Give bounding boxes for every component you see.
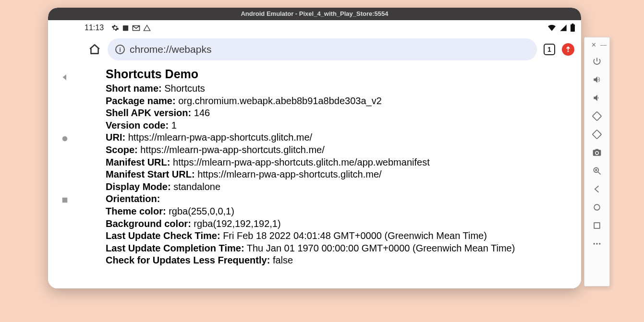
volume-up-button[interactable] — [588, 71, 606, 89]
kv-label: URI: — [106, 132, 125, 143]
page-content: Shortcuts Demo Short name: ShortcutsPack… — [82, 63, 581, 288]
chrome-menu-button[interactable] — [562, 43, 574, 56]
kv-label: Short name: — [106, 83, 162, 94]
kv-value: https://mlearn-pwa-app-shortcuts.glitch.… — [197, 169, 382, 179]
svg-point-14 — [594, 243, 595, 244]
kv-label: Check for Updates Less Frequently: — [106, 255, 270, 265]
toolbar-back-button[interactable] — [588, 180, 606, 198]
svg-line-9 — [598, 172, 601, 175]
rotate-right-button[interactable] — [588, 125, 606, 143]
url-text: chrome://webapks — [130, 44, 211, 55]
svg-point-0 — [62, 136, 68, 142]
device-screen: 11:13 i chrome://webapks 1 — [82, 20, 581, 288]
kv-value: https://mlearn-pwa-app-shortcuts.glitch.… — [140, 144, 325, 155]
kv-value: 1 — [171, 120, 177, 131]
overview-button[interactable] — [61, 196, 69, 204]
page-title: Shortcuts Demo — [106, 66, 577, 82]
kv-row: Orientation: — [106, 193, 577, 205]
kv-label: Manifest Start URL: — [106, 169, 195, 179]
kv-row: Check for Updates Less Frequently: false — [106, 254, 577, 267]
signal-icon — [559, 24, 567, 32]
svg-rect-3 — [571, 24, 575, 32]
kv-value: 146 — [194, 107, 210, 118]
kv-row: Short name: Shortcuts — [106, 83, 577, 95]
svg-rect-6 — [593, 112, 602, 121]
window-titlebar: Android Emulator - Pixel_4_with_Play_Sto… — [48, 8, 581, 20]
kv-value: Thu Jan 01 1970 00:00:00 GMT+0000 (Green… — [247, 243, 515, 253]
kv-value: org.chromium.webapk.abeb8b91a8bde303a_v2 — [178, 95, 382, 106]
url-bar[interactable]: i chrome://webapks — [108, 38, 537, 60]
svg-rect-4 — [572, 24, 574, 24]
status-time: 11:13 — [85, 24, 104, 32]
kv-label: Display Mode: — [106, 181, 171, 192]
svg-point-16 — [599, 243, 600, 244]
screenshot-button[interactable] — [588, 143, 606, 162]
kv-row: Version code: 1 — [106, 119, 577, 132]
more-button[interactable] — [588, 235, 606, 253]
toolbar-close-icon[interactable]: ✕ — [591, 41, 596, 48]
kv-row: URI: https://mlearn-pwa-app-shortcuts.gl… — [106, 131, 577, 144]
kv-value: rgba(192,192,192,1) — [194, 218, 280, 229]
kv-value: https://mlearn-pwa-app-shortcuts.glitch.… — [173, 157, 430, 167]
kv-value: rgba(255,0,0,1) — [169, 206, 234, 216]
app-icon — [122, 24, 129, 32]
kv-value: Shortcuts — [164, 83, 205, 94]
gmail-icon — [132, 24, 140, 32]
back-button[interactable] — [61, 73, 69, 82]
kv-row: Shell APK version: 146 — [106, 107, 577, 119]
kv-value: standalone — [173, 181, 220, 192]
kv-row: Last Update Completion Time: Thu Jan 01 … — [106, 242, 577, 255]
kv-label: Orientation: — [106, 193, 160, 204]
svg-point-12 — [594, 204, 600, 210]
svg-rect-13 — [594, 223, 600, 228]
kv-row: Manifest URL: https://mlearn-pwa-app-sho… — [106, 156, 577, 169]
emulator-window: Android Emulator - Pixel_4_with_Play_Sto… — [48, 8, 581, 288]
power-button[interactable] — [588, 52, 606, 71]
gear-icon — [111, 24, 119, 32]
kv-label: Version code: — [106, 120, 169, 131]
kv-value: https://mlearn-pwa-app-shortcuts.glitch.… — [128, 132, 313, 143]
kv-row: Display Mode: standalone — [106, 181, 577, 193]
battery-icon — [570, 24, 575, 32]
kv-value: Fri Feb 18 2022 04:01:48 GMT+0000 (Green… — [223, 230, 487, 241]
volume-down-button[interactable] — [588, 89, 606, 107]
svg-rect-1 — [62, 198, 68, 203]
page-info-icon[interactable]: i — [115, 45, 125, 54]
emulator-toolbar: ✕ — — [584, 37, 610, 286]
rotate-left-button[interactable] — [588, 107, 606, 125]
kv-label: Background color: — [106, 218, 191, 229]
toolbar-home-button[interactable] — [588, 198, 606, 216]
tab-switcher[interactable]: 1 — [544, 44, 555, 55]
zoom-button[interactable] — [588, 162, 606, 180]
kv-row: Last Update Check Time: Fri Feb 18 2022 … — [106, 230, 577, 242]
chrome-toolbar: i chrome://webapks 1 — [82, 36, 581, 63]
svg-point-15 — [596, 243, 597, 244]
kv-label: Shell APK version: — [106, 107, 191, 118]
kv-label: Last Update Completion Time: — [106, 243, 244, 253]
svg-rect-2 — [123, 25, 128, 30]
kv-label: Manifest URL: — [106, 157, 170, 167]
wifi-icon — [547, 24, 557, 32]
kv-label: Theme color: — [106, 206, 166, 216]
toolbar-overview-button[interactable] — [588, 216, 606, 235]
kv-label: Scope: — [106, 144, 138, 155]
home-button[interactable] — [61, 134, 69, 143]
kv-row: Theme color: rgba(255,0,0,1) — [106, 205, 577, 218]
kv-label: Package name: — [106, 95, 176, 106]
svg-rect-7 — [593, 130, 602, 139]
kv-row: Package name: org.chromium.webapk.abeb8b… — [106, 95, 577, 107]
chrome-home-icon[interactable] — [88, 43, 101, 56]
android-nav-rail — [48, 20, 82, 288]
kv-row: Scope: https://mlearn-pwa-app-shortcuts.… — [106, 144, 577, 156]
kv-row: Background color: rgba(192,192,192,1) — [106, 218, 577, 230]
kv-row: Manifest Start URL: https://mlearn-pwa-a… — [106, 168, 577, 181]
kv-label: Last Update Check Time: — [106, 230, 220, 241]
toolbar-minimize-icon[interactable]: — — [600, 41, 607, 48]
device-area: 11:13 i chrome://webapks 1 — [48, 20, 581, 288]
status-bar: 11:13 — [82, 20, 581, 36]
drive-icon — [143, 24, 151, 32]
svg-point-5 — [568, 51, 569, 52]
kv-value: false — [273, 255, 293, 265]
